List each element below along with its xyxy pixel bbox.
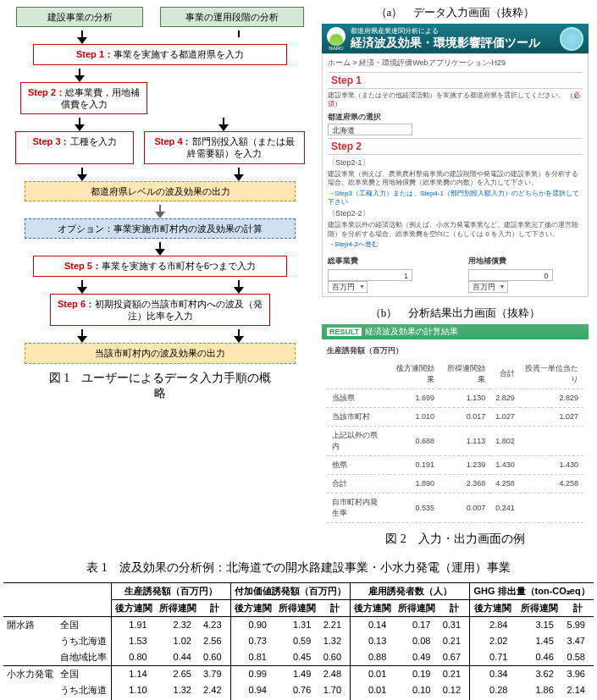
pref-output-box: 都道府県レベルの波及効果の出力 [25, 181, 296, 201]
big-cell: 0.10 [395, 682, 439, 698]
result-col-header: 合計 [490, 360, 520, 389]
caption-b: （b） 分析結果出力画面（抜粋） [322, 306, 589, 321]
big-cell: 0.14 [351, 616, 395, 633]
land-cost-input[interactable]: 0 [468, 269, 553, 281]
result-row: 当該県1.6991.1302.8292.829 [327, 389, 583, 407]
big-row-cat [3, 649, 57, 666]
step5-text: 事業を実施する市町村を6つまで入力 [102, 261, 256, 271]
result-row-label: 他県 [327, 455, 389, 474]
result-unit: 生産誘発額（百万円） [327, 345, 583, 356]
big-row-sub: うち北海道 [57, 682, 111, 698]
big-group-header: 付加価値誘発額（百万円） [230, 582, 351, 599]
result-bar: RESULT経済波及効果の計算結果 [322, 324, 589, 339]
big-cell: 0.99 [230, 665, 275, 682]
step2-2-text: 建設事業以外の経済活動（例えば、小水力発電事業など、建設事業完了後の運営段階）を… [328, 221, 583, 239]
big-cell: 0.21 [439, 665, 470, 682]
result-cell: 0.017 [439, 407, 490, 426]
big-cell: 1.91 [111, 616, 156, 633]
result-cell: 1.010 [389, 407, 439, 426]
breadcrumb[interactable]: ホーム > 経済・環境評価Webアプリケーション-H29 [328, 58, 583, 69]
big-sub-header: 所得連関 [275, 599, 319, 616]
fig2-caption: 図 2 入力・出力画面の例 [322, 532, 589, 547]
biz-cost-unit[interactable]: 百万円 [328, 281, 368, 293]
big-cell: 0.88 [351, 649, 395, 666]
tool-input-panel: NARO 都道府県産業連関分析による 経済波及効果・環境影響評価ツール ホーム … [322, 24, 589, 297]
big-group-header: 生産誘発額（百万円） [111, 582, 230, 599]
box-construction-analysis: 建設事業の分析 [16, 7, 143, 27]
big-sub-header: 計 [319, 599, 350, 616]
big-cell: 0.76 [275, 682, 319, 698]
big-cell: 3.62 [516, 665, 561, 682]
big-cell: 5.99 [562, 616, 594, 633]
land-cost-unit[interactable]: 百万円 [468, 281, 508, 293]
step3-label: Step 3： [32, 136, 69, 146]
step6-box: Step 6：初期投資額の当該市町村内への波及（発注）比率を入力 [50, 294, 270, 327]
result-cell: 1.130 [439, 389, 490, 407]
result-cell: 2.368 [439, 474, 490, 493]
big-cell: 0.21 [439, 633, 470, 649]
header-title: 経済波及効果・環境影響評価ツール [351, 36, 540, 51]
result-row-label: 当該市町村 [327, 407, 389, 426]
step5-box: Step 5：事業を実施する市町村を6つまで入力 [33, 256, 287, 276]
big-sub-header: 所得連関 [395, 599, 439, 616]
pref-select[interactable]: 北海道 [328, 124, 412, 135]
result-title: 経済波及効果の計算結果 [365, 327, 458, 336]
big-cell: 0.59 [275, 633, 319, 649]
big-cell: 1.10 [111, 682, 156, 698]
header-subtitle: 都道府県産業連関分析による [351, 26, 540, 36]
result-cell: 1.802 [490, 426, 520, 455]
result-cell [520, 426, 583, 455]
big-cell: 3.79 [200, 665, 230, 682]
step1-text: 事業を実施する都道府県を入力 [113, 49, 244, 59]
big-group-header: GHG 排出量（ton-CO₂eq） [470, 582, 594, 599]
step2-goto[interactable]: →Step4-2へ進む [328, 240, 583, 249]
step2-bar: Step 2 [328, 138, 583, 155]
naro-logo-text: NARO [329, 46, 343, 51]
big-cell: 0.71 [470, 649, 517, 666]
result-cell: 1.113 [439, 426, 490, 455]
result-cell: 0.191 [389, 455, 439, 474]
big-cell: 0.12 [439, 682, 470, 698]
step3-text: 工種を入力 [70, 136, 117, 146]
big-cell: 0.90 [230, 616, 275, 633]
result-cell: 1.027 [520, 407, 583, 426]
result-row: 他県0.1911.2391.4301.430 [327, 455, 583, 474]
step2-box: Step 2：総事業費，用地補償費を入力 [20, 82, 147, 115]
step4-label: Step 4： [154, 136, 191, 146]
step2-link[interactable]: →Step3（工種入力）または、Step4-1（部門別投入額入力）のどちらかを選… [328, 190, 583, 207]
big-cell: 0.60 [200, 649, 230, 666]
result-cell: 0.007 [439, 493, 490, 522]
biz-cost-input[interactable]: 1 [328, 269, 412, 281]
box-operation-analysis: 事業の運用段階の分析 [160, 7, 304, 27]
result-cell: 1.890 [389, 474, 439, 493]
option-box: オプション：事業実施市町村内の波及効果の計算 [25, 218, 296, 239]
big-cell: 0.28 [470, 682, 517, 698]
big-cell: 2.42 [200, 682, 230, 698]
big-row-cat: 開水路 [3, 616, 57, 633]
big-cell: 1.31 [275, 616, 319, 633]
big-cell: 2.14 [562, 682, 594, 698]
table1-caption: 表 1 波及効果の分析例：北海道での開水路建設事業・小水力発電（運用）事業 [3, 560, 594, 576]
result-cell: 2.829 [490, 389, 520, 407]
big-sub-header: 後方連関 [351, 599, 395, 616]
big-cell: 1.32 [319, 633, 350, 649]
big-cell: 2.65 [156, 665, 200, 682]
big-sub-header: 後方連関 [230, 599, 275, 616]
big-cell: 2.84 [470, 616, 517, 633]
table1: 生産誘発額（百万円）付加価値誘発額（百万円）雇用誘発者数（人）GHG 排出量（t… [3, 582, 594, 700]
result-tag: RESULT [327, 328, 362, 336]
result-cell: 1.699 [389, 389, 439, 407]
step2-1-head: 〈Step2-1〉 [328, 157, 583, 168]
big-cell: 0.49 [395, 649, 439, 666]
tool-header: NARO 都道府県産業連関分析による 経済波及効果・環境影響評価ツール [322, 24, 589, 53]
step2-1-text: 建設事業（例えば、農業農村整備事業の建設段階や発電設の建設事業）を分析する場合、… [328, 170, 583, 188]
big-cell: 1.53 [111, 633, 156, 649]
big-row: うち北海道1.531.022.560.730.591.320.130.080.2… [3, 633, 594, 649]
big-cell: 0.19 [395, 665, 439, 682]
step1-bar: Step 1 [328, 72, 583, 89]
big-cell: 3.47 [562, 633, 594, 649]
step1-note: 建設事業（またはその他経済活動）を実施する都道府県を選択してください。 （必須） [328, 91, 583, 109]
big-cell: 0.13 [351, 633, 395, 649]
big-cell: 0.67 [439, 649, 470, 666]
big-sub-header: 所得連関 [516, 599, 561, 616]
